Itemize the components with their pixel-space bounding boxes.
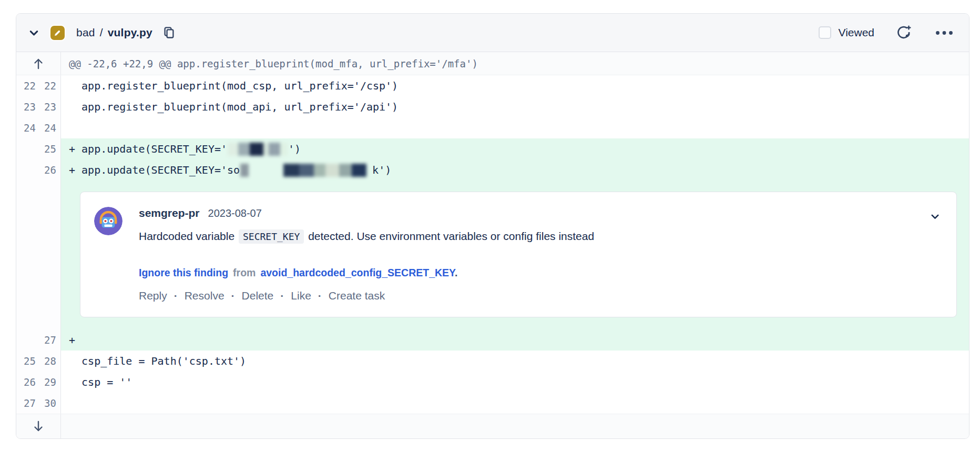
comment-action-reply[interactable]: Reply <box>139 289 167 302</box>
file-name: vulpy.py <box>108 26 152 39</box>
comment-body-text-after: detected. Use environment variables or c… <box>305 230 594 242</box>
diff-line: 26+ app.update(SECRET_KEY='sok') <box>16 159 969 181</box>
code-text: k') <box>372 159 391 181</box>
line-number-new[interactable]: 27 <box>40 329 56 351</box>
line-number-gutter: 2424 <box>16 117 61 138</box>
add-comment-icon <box>895 24 912 41</box>
action-separator: · <box>174 289 178 302</box>
line-number-new[interactable]: 26 <box>40 159 56 181</box>
file-header-actions: Viewed <box>819 24 954 41</box>
line-number-gutter: 25 <box>16 138 61 159</box>
line-number-new[interactable]: 22 <box>40 75 56 96</box>
redacted-secret <box>228 143 288 156</box>
code-text: csp_file = Path('csp.txt') <box>69 351 246 372</box>
copy-path-button[interactable] <box>162 26 176 40</box>
hunk-header-row: @@ -22,6 +22,9 @@ app.register_blueprint… <box>16 52 969 75</box>
file-dir: bad <box>76 26 95 39</box>
diff-line: 25+ app.update(SECRET_KEY='') <box>16 138 969 159</box>
breadcrumb: bad/vulpy.py <box>76 26 152 39</box>
comment-author[interactable]: semgrep-pr <box>139 207 200 219</box>
hunk-header-text: @@ -22,6 +22,9 @@ app.register_blueprint… <box>61 52 969 75</box>
diff-line: 2323 app.register_blueprint(mod_api, url… <box>16 96 969 117</box>
expand-lines-down-button[interactable] <box>33 420 44 433</box>
ignore-finding-link[interactable]: Ignore this finding <box>139 267 228 278</box>
code-cell: app.register_blueprint(mod_csp, url_pref… <box>61 75 969 96</box>
diff-line: 2528 csp_file = Path('csp.txt') <box>16 351 969 372</box>
code-text: + app.update(SECRET_KEY='so <box>69 159 240 181</box>
line-number-old[interactable]: 22 <box>20 75 36 96</box>
code-cell: + app.update(SECRET_KEY='') <box>61 138 969 159</box>
line-number-gutter: 26 <box>16 159 61 181</box>
code-cell <box>61 393 969 414</box>
line-number-old[interactable] <box>20 138 36 159</box>
diff-line: 2730 <box>16 393 969 414</box>
code-text: + <box>69 329 75 351</box>
avatar <box>94 207 122 235</box>
line-number-old[interactable]: 23 <box>20 96 36 117</box>
file-diff-card: bad/vulpy.py Viewed <box>16 13 969 439</box>
code-cell: + app.update(SECRET_KEY='sok') <box>61 159 969 181</box>
expand-lines-up-button[interactable] <box>33 57 44 70</box>
comment-action-delete[interactable]: Delete <box>242 289 274 302</box>
code-text: ') <box>288 138 301 159</box>
line-number-old[interactable]: 24 <box>20 117 36 138</box>
line-number-old[interactable]: 25 <box>20 351 36 372</box>
inline-comment-row: semgrep-pr2023-08-07 Hardcoded variable … <box>16 181 969 329</box>
rule-suffix: . <box>455 267 457 278</box>
action-separator: · <box>280 289 284 302</box>
code-cell: csp_file = Path('csp.txt') <box>61 351 969 372</box>
comment-content: semgrep-pr2023-08-07 Hardcoded variable … <box>139 207 594 302</box>
line-number-old[interactable]: 26 <box>20 372 36 393</box>
line-number-new[interactable]: 24 <box>40 117 56 138</box>
diff-lines: 2222 app.register_blueprint(mod_csp, url… <box>16 75 969 414</box>
code-text: app.register_blueprint(mod_api, url_pref… <box>69 96 398 117</box>
code-text: app.register_blueprint(mod_csp, url_pref… <box>69 75 398 96</box>
redacted-secret <box>283 164 366 177</box>
more-options-button[interactable] <box>935 31 953 35</box>
action-separator: · <box>231 289 235 302</box>
code-cell: csp = '' <box>61 372 969 393</box>
viewed-label[interactable]: Viewed <box>839 26 875 39</box>
line-number-new[interactable]: 23 <box>40 96 56 117</box>
comment-action-resolve[interactable]: Resolve <box>185 289 224 302</box>
redacted-secret <box>368 164 372 177</box>
line-number-gutter: 2323 <box>16 96 61 117</box>
collapse-file-button[interactable] <box>28 27 40 39</box>
line-number-gutter: 2629 <box>16 372 61 393</box>
line-number-gutter: 27 <box>16 329 61 351</box>
code-text: + app.update(SECRET_KEY=' <box>69 138 227 159</box>
add-file-comment-button[interactable] <box>895 24 912 41</box>
comment-body: Hardcoded variable SECRET_KEY detected. … <box>139 230 594 243</box>
line-number-new[interactable]: 28 <box>40 351 56 372</box>
redacted-secret <box>240 164 249 177</box>
diff-line: 27+ <box>16 329 969 351</box>
viewed-checkbox[interactable] <box>819 26 831 39</box>
line-number-old[interactable] <box>20 329 36 351</box>
chevron-down-icon <box>28 27 40 39</box>
arrow-down-icon <box>33 420 44 433</box>
code-cell: app.register_blueprint(mod_api, url_pref… <box>61 96 969 117</box>
diff-line: 2629 csp = '' <box>16 372 969 393</box>
line-number-gutter: 2222 <box>16 75 61 96</box>
line-number-new[interactable]: 30 <box>40 393 56 414</box>
line-number-old[interactable]: 27 <box>20 393 36 414</box>
inline-code-chip: SECRET_KEY <box>239 229 304 244</box>
redacted-secret <box>250 164 282 177</box>
footer-expand-row <box>16 414 969 438</box>
line-number-new[interactable]: 29 <box>40 372 56 393</box>
comment-action-like[interactable]: Like <box>291 289 311 302</box>
diff-line: 2222 app.register_blueprint(mod_csp, url… <box>16 75 969 96</box>
line-number-new[interactable]: 25 <box>40 138 56 159</box>
collapse-comment-button[interactable] <box>930 211 941 222</box>
file-modified-icon <box>50 26 65 40</box>
rule-link[interactable]: avoid_hardcoded_config_SECRET_KEY <box>260 267 455 278</box>
copy-icon <box>162 26 176 40</box>
comment-date: 2023-08-07 <box>208 207 262 219</box>
path-separator: / <box>100 26 103 39</box>
arrow-up-icon <box>33 57 44 70</box>
code-cell: + <box>61 329 969 351</box>
line-number-old[interactable] <box>20 159 36 181</box>
chevron-down-icon <box>930 211 941 222</box>
file-header: bad/vulpy.py Viewed <box>16 14 969 52</box>
comment-action-create-task[interactable]: Create task <box>329 289 385 302</box>
